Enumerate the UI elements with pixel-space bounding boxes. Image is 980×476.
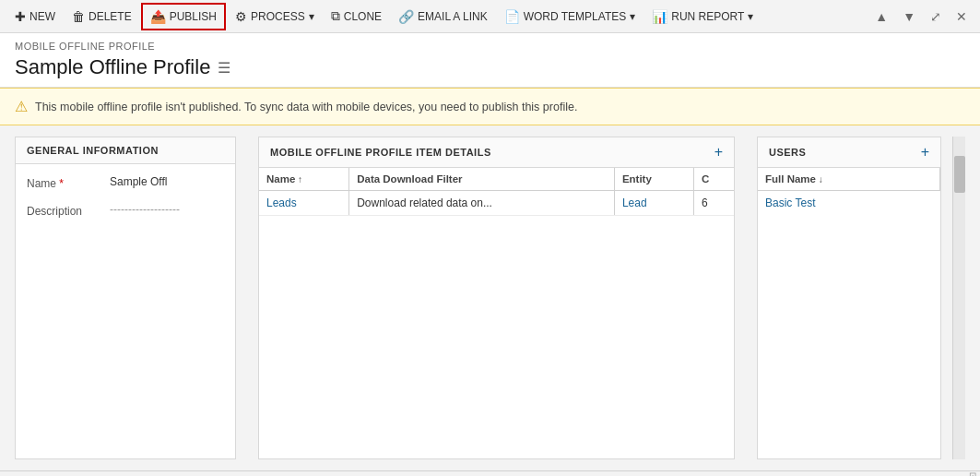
hamburger-icon[interactable]: ☰ [218,59,230,77]
users-add-button[interactable]: + [921,145,929,160]
run-report-button[interactable]: 📊 RUN REPORT ▾ [644,3,761,30]
clone-button[interactable]: ⧉ CLONE [324,3,389,30]
email-link-button[interactable]: 🔗 EMAIL A LINK [391,3,495,30]
users-table: Full Name Basic Test [758,168,940,215]
warning-icon: ⚠ [15,98,28,115]
details-table: Name Data Download Filter Entity C Leads… [259,168,734,216]
col-header-name[interactable]: Name [259,168,349,191]
details-panel-header: MOBILE OFFLINE PROFILE ITEM DETAILS + [259,137,734,168]
page-title: Sample Offline Profile [15,55,210,79]
publish-button[interactable]: 📤 PUBLISH [141,3,226,30]
new-icon: ✚ [15,9,26,24]
required-star: * [56,177,64,190]
publish-icon: 📤 [150,9,166,24]
row-c-cell: 6 [693,191,734,216]
bottom-bar: ⊡ [0,470,980,476]
name-label: Name * [27,175,110,190]
breadcrumb: MOBILE OFFLINE PROFILE [15,41,965,52]
down-button[interactable]: ▼ [897,6,921,28]
delete-button[interactable]: 🗑 DELETE [65,3,139,30]
row-name-cell: Leads [259,191,349,216]
close-button[interactable]: ✕ [950,6,973,28]
new-button[interactable]: ✚ NEW [7,3,63,30]
table-row: Leads Download related data on... Lead 6 [259,191,734,216]
details-panel: MOBILE OFFLINE PROFILE ITEM DETAILS + Na… [258,137,735,459]
general-form-body: Name * Sample Offl Description ---------… [16,164,235,458]
general-panel: GENERAL INFORMATION Name * Sample Offl D… [15,137,236,459]
scroll-thumb[interactable] [954,156,965,193]
email-icon: 🔗 [398,9,414,24]
up-button[interactable]: ▲ [869,6,893,28]
details-add-button[interactable]: + [714,145,723,160]
toolbar: ✚ NEW 🗑 DELETE 📤 PUBLISH ⚙ PROCESS ▾ ⧉ C… [0,0,980,33]
details-table-container: Name Data Download Filter Entity C Leads… [259,168,734,458]
entity-link[interactable]: Lead [622,196,647,209]
process-dropdown-icon: ▾ [309,10,314,23]
users-panel: USERS + Full Name Basic Test [757,137,941,459]
report-dropdown-icon: ▾ [748,10,753,23]
word-templates-button[interactable]: 📄 WORD TEMPLATES ▾ [497,3,643,30]
description-label: Description [27,203,110,218]
description-field-row: Description ------------------- [27,203,224,218]
warning-banner: ⚠ This mobile offline profile isn't publ… [0,88,980,125]
general-panel-header: GENERAL INFORMATION [16,137,235,164]
col-header-c: C [693,168,734,191]
report-icon: 📊 [652,9,667,24]
user-name-cell: Basic Test [758,191,940,216]
process-icon: ⚙ [235,9,247,24]
content-area: GENERAL INFORMATION Name * Sample Offl D… [0,125,980,470]
page-title-row: Sample Offline Profile ☰ [15,55,965,87]
col-header-filter[interactable]: Data Download Filter [349,168,615,191]
toolbar-right-actions: ▲ ▼ ⤢ ✕ [869,6,973,28]
page-header: MOBILE OFFLINE PROFILE Sample Offline Pr… [0,33,980,88]
delete-icon: 🗑 [72,9,85,24]
users-panel-header: USERS + [758,137,940,168]
warning-message: This mobile offline profile isn't publis… [35,101,577,113]
clone-icon: ⧉ [331,8,340,24]
table-row: Basic Test [758,191,940,216]
row-filter-cell: Download related data on... [349,191,615,216]
vertical-scrollbar[interactable] [952,137,965,459]
leads-link[interactable]: Leads [266,196,297,209]
word-dropdown-icon: ▾ [630,10,635,23]
process-button[interactable]: ⚙ PROCESS ▾ [228,3,322,30]
user-link[interactable]: Basic Test [765,196,815,209]
col-header-entity[interactable]: Entity [614,168,693,191]
word-icon: 📄 [504,9,520,24]
open-button[interactable]: ⤢ [925,6,947,28]
col-header-fullname[interactable]: Full Name [758,168,940,191]
resize-icon[interactable]: ⊡ [969,470,976,476]
name-field-row: Name * Sample Offl [27,175,224,190]
name-value: Sample Offl [110,175,167,188]
description-value: ------------------- [110,203,180,216]
users-table-container: Full Name Basic Test [758,168,940,458]
row-entity-cell: Lead [614,191,693,216]
